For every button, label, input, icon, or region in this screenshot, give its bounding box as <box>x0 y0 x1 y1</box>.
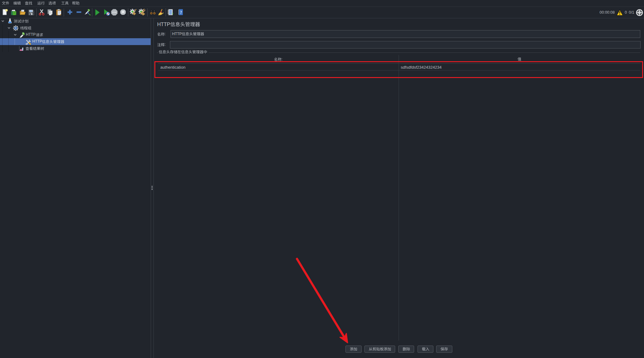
svg-text:STOP: STOP <box>112 11 116 13</box>
svg-text:?: ? <box>180 10 182 15</box>
